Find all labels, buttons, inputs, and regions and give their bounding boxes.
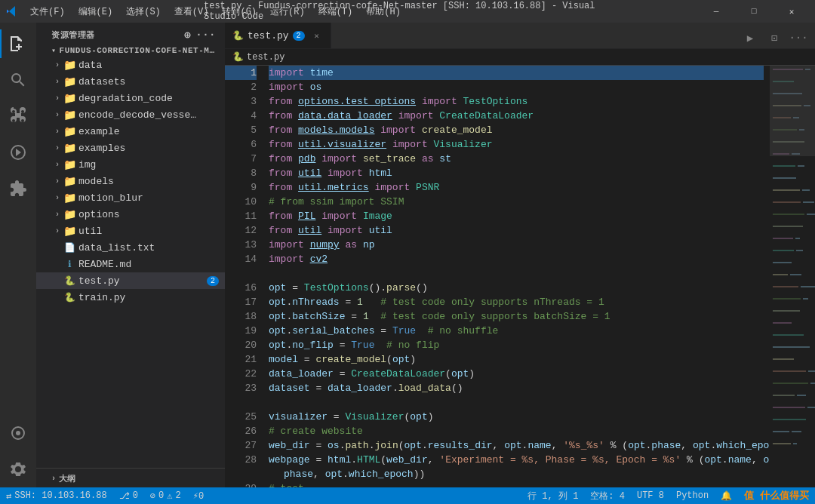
- warning-icon: ⚠: [167, 490, 172, 502]
- tree-item-encode[interactable]: › 📁 encode_decode_vessel_2scale_atten1..…: [36, 106, 225, 123]
- tree-item-test-py[interactable]: › 🐍 test.py 2: [36, 272, 225, 289]
- tree-item-readme[interactable]: › ℹ README.md: [36, 256, 225, 272]
- tree-item-datalist[interactable]: › 📄 data_list.txt: [36, 239, 225, 256]
- maximize-button[interactable]: □: [737, 0, 771, 23]
- main-layout: 资源管理器 ⊕ ··· ▾FUNDUS-CORRECTION-COFE-NET-…: [0, 23, 815, 487]
- code-line-9: from util.metrics import PSNR: [269, 180, 764, 195]
- code-line-4: from data.data_loader import CreateDataL…: [269, 109, 764, 123]
- status-bar: ⇄ SSH: 10.103.16.88 ⎇ 0 ⊘ 0 ⚠ 2 ⚡0 行 1, …: [0, 487, 815, 504]
- run-button[interactable]: ▶: [740, 27, 761, 48]
- activity-bar: [0, 23, 36, 487]
- git-icon: ⎇: [119, 490, 130, 502]
- split-editor-button[interactable]: ⊡: [764, 27, 785, 48]
- more-actions-button[interactable]: ···: [788, 27, 809, 48]
- spaces-label: 空格: 4: [590, 490, 625, 502]
- title-bar-right: — □ ✕: [699, 0, 809, 23]
- code-line-14: import cv2: [269, 252, 764, 266]
- ssh-icon: ⇄: [6, 490, 11, 502]
- tab-badge: 2: [293, 31, 305, 41]
- sidebar: 资源管理器 ⊕ ··· ▾FUNDUS-CORRECTION-COFE-NET-…: [36, 23, 225, 487]
- code-line-7: from pdb import set_trace as st: [269, 152, 764, 166]
- activity-remote[interactable]: [0, 415, 36, 451]
- menu-item-文件(F)[interactable]: 文件(F): [24, 4, 71, 20]
- outline-header[interactable]: › 大纲: [36, 472, 225, 486]
- activity-run[interactable]: [0, 134, 36, 171]
- code-line-23: dataset = data_loader.load_data(): [269, 381, 764, 395]
- code-content[interactable]: import time import os from options.test_…: [263, 66, 770, 487]
- warning-count: 2: [176, 490, 181, 501]
- activity-search[interactable]: [0, 62, 36, 98]
- ssh-label: SSH: 10.103.16.88: [14, 490, 106, 501]
- close-button[interactable]: ✕: [774, 0, 809, 23]
- minimize-button[interactable]: —: [699, 0, 734, 23]
- tree-item-examples[interactable]: › 📁 examples: [36, 140, 225, 156]
- minimap: [770, 66, 815, 487]
- status-position[interactable]: 行 1, 列 1: [521, 487, 584, 504]
- sidebar-title: 资源管理器: [51, 29, 95, 41]
- editor-area: 🐍 test.py 2 ✕ ▶ ⊡ ··· 🐍 test.py 1 2 3 4: [225, 23, 815, 487]
- code-line-22: data_loader = CreateDataLoader(opt): [269, 367, 764, 381]
- outline-section: › 大纲: [36, 468, 225, 487]
- tab-py-icon: 🐍: [232, 30, 244, 41]
- tree-item-datasets[interactable]: › 📁 datasets: [36, 73, 225, 90]
- activity-settings[interactable]: [0, 451, 36, 487]
- git-label: 0: [133, 490, 138, 501]
- code-line-16: opt = TestOptions().parse(): [269, 281, 764, 295]
- svg-point-0: [16, 431, 20, 435]
- menu-item-选择(S)[interactable]: 选择(S): [120, 4, 167, 20]
- activity-explorer[interactable]: [0, 26, 36, 62]
- status-spaces[interactable]: 空格: 4: [584, 487, 631, 504]
- tree-item-models[interactable]: › 📁 models: [36, 173, 225, 189]
- status-feedback[interactable]: 🔔: [715, 487, 738, 504]
- file-tree: ▾FUNDUS-CORRECTION-COFE-NET-MASTER... › …: [36, 45, 225, 468]
- tree-item-motion[interactable]: › 📁 motion_blur: [36, 189, 225, 206]
- tree-item-util[interactable]: › 📁 util: [36, 223, 225, 239]
- status-language[interactable]: Python: [670, 487, 715, 504]
- menu-item-编辑(E)[interactable]: 编辑(E): [72, 4, 119, 20]
- status-lightning[interactable]: ⚡0: [187, 487, 210, 504]
- code-line-18: opt.batchSize = 1 # test code only suppo…: [269, 309, 764, 324]
- position-label: 行 1, 列 1: [527, 490, 578, 502]
- watermark-text: 值 什么值得买: [744, 489, 809, 502]
- tree-root-label: ▾FUNDUS-CORRECTION-COFE-NET-MASTER...: [36, 45, 225, 57]
- breadcrumb-filename[interactable]: test.py: [247, 52, 284, 63]
- code-line-28b: phase, opt.which_epoch)): [269, 467, 764, 481]
- tab-close-button[interactable]: ✕: [311, 29, 323, 41]
- tree-item-badge: 2: [207, 276, 219, 286]
- error-icon: ⊘: [150, 490, 155, 502]
- code-line-10: # from ssim import SSIM: [269, 195, 764, 209]
- feedback-icon: 🔔: [721, 490, 732, 502]
- tab-test-py[interactable]: 🐍 test.py 2 ✕: [225, 23, 331, 48]
- tree-item-train-py[interactable]: › 🐍 train.py: [36, 289, 225, 306]
- code-line-1: import time: [269, 66, 764, 80]
- status-ssh[interactable]: ⇄ SSH: 10.103.16.88: [0, 487, 113, 504]
- tree-item-options[interactable]: › 📁 options: [36, 206, 225, 223]
- code-line-8: from util import html: [269, 166, 764, 180]
- code-line-20: opt.no_flip = True # no flip: [269, 338, 764, 352]
- line-numbers: 1 2 3 4 5 6 7 8 9 10 11 12 13 14 16 17 1…: [225, 66, 263, 487]
- code-line-15: [269, 266, 764, 281]
- activity-git[interactable]: [0, 98, 36, 134]
- breadcrumb-py-icon: 🐍: [232, 51, 244, 63]
- sidebar-new-file-icon[interactable]: ⊕: [184, 29, 191, 41]
- status-git-branch[interactable]: ⎇ 0: [113, 487, 144, 504]
- tree-item-data[interactable]: › 📁 data: [36, 57, 225, 73]
- code-line-17: opt.nThreads = 1 # test code only suppor…: [269, 295, 764, 309]
- status-right: 行 1, 列 1 空格: 4 UTF 8 Python 🔔 值 什么值得买: [521, 487, 815, 504]
- tab-actions: ▶ ⊡ ···: [740, 27, 815, 48]
- code-line-2: import os: [269, 80, 764, 94]
- tree-item-example[interactable]: › 📁 example: [36, 123, 225, 140]
- tab-label: test.py: [248, 30, 289, 41]
- window-title: test.py - Fundus-correction-cofe-Net-mas…: [204, 1, 611, 22]
- tree-item-img[interactable]: › 📁 img: [36, 156, 225, 173]
- status-encoding[interactable]: UTF 8: [631, 487, 670, 504]
- code-line-25: visualizer = Visualizer(opt): [269, 410, 764, 424]
- code-line-29: # test: [269, 481, 764, 487]
- sidebar-more-icon[interactable]: ···: [195, 29, 216, 41]
- status-errors[interactable]: ⊘ 0 ⚠ 2: [144, 487, 187, 504]
- activity-extensions[interactable]: [0, 171, 36, 207]
- code-line-11: from PIL import Image: [269, 209, 764, 223]
- tree-item-degradation[interactable]: › 📁 degradation_code: [36, 90, 225, 106]
- status-left: ⇄ SSH: 10.103.16.88 ⎇ 0 ⊘ 0 ⚠ 2 ⚡0: [0, 487, 210, 504]
- error-count: 0: [158, 490, 164, 501]
